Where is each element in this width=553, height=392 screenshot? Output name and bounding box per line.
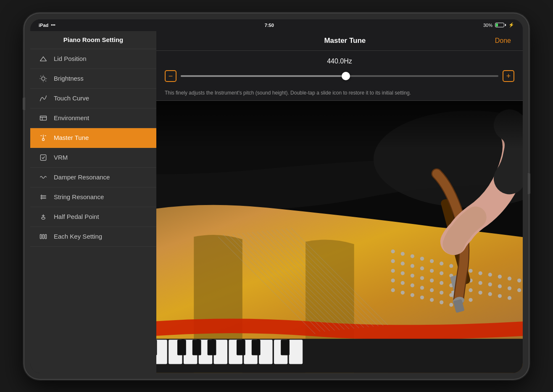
environment-label: Environment xyxy=(54,114,89,121)
sidebar-item-string-resonance[interactable]: String Resonance xyxy=(30,187,156,207)
done-button[interactable]: Done xyxy=(492,35,514,46)
piano-image-area xyxy=(156,101,523,373)
device-label: iPad xyxy=(39,23,48,28)
status-left: iPad ••• xyxy=(39,23,55,28)
battery-fill xyxy=(496,24,498,26)
svg-point-37 xyxy=(498,275,502,279)
svg-point-59 xyxy=(420,276,424,280)
brightness-icon xyxy=(39,74,48,83)
right-header: Master Tune Done xyxy=(156,31,523,51)
svg-point-54 xyxy=(517,288,521,292)
svg-point-57 xyxy=(401,271,405,275)
sidebar-item-brightness[interactable]: Brightness xyxy=(30,69,156,89)
svg-point-11 xyxy=(42,138,45,140)
svg-point-28 xyxy=(411,255,414,258)
battery-percent: 30% xyxy=(483,23,492,28)
battery-body xyxy=(495,23,504,27)
svg-point-64 xyxy=(469,288,472,292)
damper-resonance-icon xyxy=(39,173,48,182)
svg-point-39 xyxy=(517,279,521,282)
sidebar-item-damper-resonance[interactable]: Damper Resonance xyxy=(30,168,156,187)
slider-thumb[interactable] xyxy=(342,72,350,80)
svg-point-52 xyxy=(498,284,502,288)
sidebar-item-touch-curve[interactable]: Touch Curve xyxy=(30,89,156,108)
sidebar-item-half-pedal-point[interactable]: Half Pedal Point xyxy=(30,207,156,227)
svg-point-71 xyxy=(411,284,414,287)
slider-fill xyxy=(181,75,346,77)
half-pedal-point-icon xyxy=(39,212,48,221)
plus-button[interactable]: + xyxy=(503,70,514,82)
status-right: 30% ⚡ xyxy=(483,22,514,28)
svg-rect-23 xyxy=(45,234,46,239)
svg-point-60 xyxy=(430,279,434,282)
svg-point-7 xyxy=(42,76,45,80)
sidebar-header: Piano Room Setting xyxy=(30,31,156,49)
svg-point-72 xyxy=(420,286,424,290)
sidebar-item-lid-position[interactable]: Lid Position xyxy=(30,49,156,69)
lid-position-label: Lid Position xyxy=(54,55,87,62)
charging-icon: ⚡ xyxy=(508,22,514,28)
svg-point-41 xyxy=(391,259,395,263)
svg-rect-8 xyxy=(40,116,47,120)
svg-rect-125 xyxy=(252,340,261,355)
wifi-icon: ••• xyxy=(51,23,55,27)
device-frame: iPad ••• 7:50 30% ⚡ Piano Room Sett xyxy=(24,13,529,379)
string-resonance-label: String Resonance xyxy=(54,193,104,200)
sidebar-item-each-key-setting[interactable]: Each Key Setting xyxy=(30,227,156,247)
svg-point-65 xyxy=(479,291,482,295)
slider-track[interactable] xyxy=(181,75,498,77)
svg-point-29 xyxy=(420,257,424,260)
svg-point-45 xyxy=(430,269,434,273)
svg-rect-121 xyxy=(177,340,186,355)
svg-point-34 xyxy=(469,269,472,273)
svg-rect-123 xyxy=(208,340,216,355)
svg-point-83 xyxy=(440,300,443,304)
battery-indicator xyxy=(495,23,506,27)
svg-rect-132 xyxy=(156,101,523,150)
svg-line-3 xyxy=(41,76,41,76)
svg-point-43 xyxy=(411,264,414,268)
svg-point-67 xyxy=(498,294,502,298)
svg-rect-116 xyxy=(259,340,272,364)
svg-point-51 xyxy=(488,283,492,287)
svg-rect-126 xyxy=(281,340,290,355)
vrm-label: VRM xyxy=(54,154,68,161)
svg-point-74 xyxy=(440,291,443,295)
each-key-setting-label: Each Key Setting xyxy=(54,233,102,240)
svg-rect-21 xyxy=(40,234,42,239)
svg-point-42 xyxy=(401,262,405,266)
status-bar: iPad ••• 7:50 30% ⚡ xyxy=(30,19,523,31)
svg-point-68 xyxy=(508,296,511,300)
svg-point-70 xyxy=(401,281,405,285)
svg-line-4 xyxy=(45,81,46,81)
svg-point-44 xyxy=(420,266,424,270)
tune-description: This finely adjusts the Instrument's pit… xyxy=(156,85,523,101)
svg-rect-124 xyxy=(237,340,245,355)
svg-point-35 xyxy=(479,271,482,275)
vrm-icon xyxy=(39,153,48,162)
svg-point-36 xyxy=(488,273,492,276)
svg-point-46 xyxy=(440,271,443,275)
tune-value: 440.0Hz xyxy=(165,58,514,65)
volume-button[interactable] xyxy=(23,97,25,110)
svg-point-50 xyxy=(479,281,482,285)
sidebar-item-vrm[interactable]: VRM xyxy=(30,148,156,168)
minus-button[interactable]: − xyxy=(165,70,176,82)
svg-point-26 xyxy=(391,250,395,253)
half-pedal-point-label: Half Pedal Point xyxy=(54,213,99,220)
svg-point-38 xyxy=(508,277,511,281)
sidebar-item-environment[interactable]: Environment xyxy=(30,108,156,128)
sidebar: Piano Room Setting Lid Position Brightne… xyxy=(30,31,156,373)
svg-point-18 xyxy=(42,217,45,219)
sidebar-item-master-tune[interactable]: Master Tune xyxy=(30,128,156,148)
master-tune-icon xyxy=(39,133,48,142)
touch-curve-label: Touch Curve xyxy=(54,95,89,102)
power-button[interactable] xyxy=(528,173,530,194)
svg-rect-122 xyxy=(192,340,201,355)
master-tune-label: Master Tune xyxy=(54,134,89,141)
svg-rect-22 xyxy=(42,234,44,239)
svg-point-66 xyxy=(488,292,492,296)
svg-point-73 xyxy=(430,288,434,292)
svg-point-78 xyxy=(391,288,395,292)
svg-point-32 xyxy=(449,264,453,268)
